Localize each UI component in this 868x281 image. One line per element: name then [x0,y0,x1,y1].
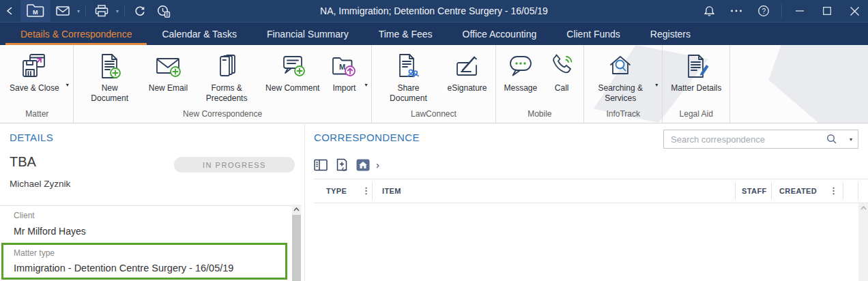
svg-text:M: M [33,9,38,16]
import-button[interactable]: M Import [325,48,363,93]
email-button[interactable] [50,0,75,22]
column-header-type[interactable]: TYPE [326,179,347,203]
forms-precedents-icon [213,50,240,82]
matter-folder-icon: M [26,4,45,18]
column-header-created[interactable]: CREATED [779,179,817,203]
import-icon: M [330,50,358,82]
notifications-button[interactable] [695,0,723,22]
save-close-button[interactable]: Save & Close [4,48,65,93]
svg-text:M: M [339,63,345,71]
matter-type-label: Matter type [14,248,55,258]
call-label: Call [555,83,569,93]
share-document-label: Share Document [380,83,436,104]
column-separator[interactable] [771,182,772,200]
column-separator[interactable] [858,182,858,200]
more-options-button[interactable] [723,0,750,22]
close-icon [850,7,859,16]
new-document-label: New Document [82,83,138,104]
type-column-menu-icon[interactable]: ⋮ [362,179,371,203]
status-badge[interactable]: IN PROGRESS [174,157,295,173]
created-column-menu-icon[interactable]: ⋮ [829,179,838,203]
forms-precedents-button[interactable]: Forms & Precedents [193,48,260,104]
column-separator[interactable] [372,182,373,200]
esignature-button[interactable]: eSignature [442,48,492,93]
new-comment-label: New Comment [265,83,319,93]
ribbon-group-matter: Save & Close ▾ Matter [1,45,74,123]
minimize-icon [796,7,804,15]
refresh-icon [134,5,146,17]
ribbon-group-lawconnect: Share Document eSignature LawConnect [372,45,495,123]
new-email-label: New Email [149,83,188,93]
titlebar-separator [124,5,125,17]
call-icon [548,50,575,82]
correspondence-toolbar: › [314,158,379,171]
details-scrollbar-thumb[interactable] [292,215,301,281]
column-separator[interactable] [843,182,843,200]
home-folder-icon[interactable] [356,159,370,171]
bell-icon [704,5,715,17]
print-button[interactable] [89,0,114,22]
save-close-dropdown-caret[interactable]: ▾ [65,82,70,88]
client-name[interactable]: Mr Milford Hayes [14,226,86,237]
scroll-up-icon[interactable] [292,205,301,214]
matter-details-icon [682,50,710,82]
ribbon-group-infotrack: Searching & Services ▾ InfoTrack [584,45,663,123]
correspondence-scrollbar[interactable] [858,203,868,281]
column-header-item[interactable]: ITEM [382,179,401,203]
time-record-button[interactable] [151,0,176,22]
new-document-button[interactable]: New Document [76,48,143,104]
tab-time-fees[interactable]: Time & Fees [364,23,448,45]
save-close-label: Save & Close [10,83,59,93]
tab-office-accounting[interactable]: Office Accounting [448,23,552,45]
column-separator[interactable] [735,182,736,200]
tab-financial-summary[interactable]: Financial Summary [252,23,364,45]
matter-details-label: Matter Details [671,83,721,93]
new-document-icon [96,50,124,82]
scroll-up-icon[interactable] [858,203,868,213]
table-view-icon[interactable] [314,159,328,171]
share-document-button[interactable]: Share Document [375,48,442,104]
matter-type-highlight-box[interactable]: Matter type Immigration - Detention Cent… [1,243,287,280]
maximize-button[interactable] [813,0,841,22]
import-dropdown-caret[interactable]: ▾ [363,82,368,88]
tab-registers[interactable]: Registers [635,23,706,45]
responsible-person[interactable]: Michael Zyznik [10,179,70,189]
tab-details-correspondence[interactable]: Details & Correspondence [5,23,147,45]
details-heading: DETAILS [10,132,53,143]
search-dropdown-caret[interactable]: ▾ [850,136,852,143]
message-button[interactable]: Message [499,48,543,93]
new-comment-button[interactable]: New Comment [260,48,325,93]
matter-folder-button[interactable]: M [20,0,50,22]
tab-calendar-tasks[interactable]: Calendar & Tasks [147,23,251,45]
esignature-label: eSignature [447,83,487,93]
tab-client-funds[interactable]: Client Funds [551,23,635,45]
searching-services-label: Searching & Services [592,83,648,104]
minimize-button[interactable] [786,0,813,22]
new-email-button[interactable]: New Email [143,48,193,93]
search-icon[interactable] [826,134,837,145]
searching-services-button[interactable]: Searching & Services [587,48,654,104]
new-comment-icon [279,50,306,82]
details-scrollbar[interactable] [292,205,301,281]
refresh-button[interactable] [128,0,151,22]
ribbon-group-mobile: Message Call Mobile [496,45,585,123]
print-dropdown-caret[interactable]: ▾ [114,8,121,14]
back-button[interactable] [0,0,20,22]
expand-toolbar-chevron-icon[interactable]: › [376,159,379,171]
matter-details-button[interactable]: Matter Details [665,48,727,93]
column-header-staff[interactable]: STAFF [742,179,767,203]
call-button[interactable]: Call [542,48,581,93]
searching-services-dropdown-caret[interactable]: ▾ [654,82,659,88]
email-dropdown-caret[interactable]: ▾ [75,8,82,14]
client-label: Client [14,211,35,220]
clock-document-icon [157,5,171,18]
envelope-icon [56,6,70,16]
matter-number[interactable]: TBA [10,154,36,170]
matter-type-value[interactable]: Immigration - Detention Centre Surgery -… [14,263,233,273]
ribbon-group-label-matter: Matter [4,107,70,121]
close-button[interactable] [841,0,868,22]
add-document-icon[interactable] [336,158,347,171]
matter-content: DETAILS TBA IN PROGRESS Michael Zyznik C… [0,124,868,281]
maximize-icon [823,7,831,15]
help-button[interactable]: ? [750,0,777,22]
